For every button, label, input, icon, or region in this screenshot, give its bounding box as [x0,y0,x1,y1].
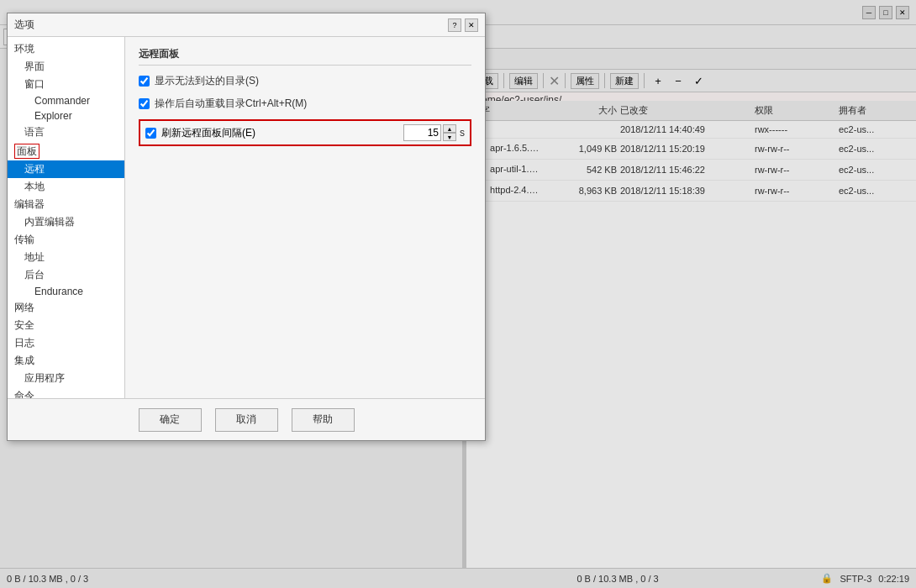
ok-button[interactable]: 确定 [139,408,202,432]
dialog-title: 选项 [14,18,34,32]
panel-label-outlined: 面板 [14,144,39,159]
tree-item-address[interactable]: 地址 [8,249,124,266]
show-unreachable-label: 显示无法到达的目录(S) [155,74,259,88]
tree-item-ui[interactable]: 界面 [8,58,124,76]
refresh-interval-row: 刷新远程面板间隔(E) 15 ▲ ▼ s [139,119,471,146]
tree-item-endurance[interactable]: Endurance [8,284,124,299]
spin-up-btn[interactable]: ▲ [443,124,456,133]
tree-item-explorer[interactable]: Explorer [8,108,124,123]
tree-item-transfer[interactable]: 传输 [8,231,124,249]
help-button[interactable]: 帮助 [292,408,355,432]
tree-item-applications[interactable]: 应用程序 [8,370,124,387]
settings-content: 远程面板 显示无法到达的目录(S) 操作后自动重载目录Ctrl+Alt+R(M)… [125,37,485,398]
tree-item-builtin-editor[interactable]: 内置编辑器 [8,213,124,231]
tree-item-local[interactable]: 本地 [8,178,124,196]
tree-item-panel[interactable]: 面板 [8,143,124,160]
dialog-content: 环境 界面 窗口 Commander Explorer 语言 面板 远程 本地 … [8,37,485,398]
dialog-title-bar: 选项 ? ✕ [8,13,485,37]
tree-item-command[interactable]: 命令 [8,387,124,398]
refresh-interval-checkbox[interactable] [145,128,156,139]
tree-item-network[interactable]: 网络 [8,299,124,317]
tree-item-window[interactable]: 窗口 [8,76,124,93]
options-tree: 环境 界面 窗口 Commander Explorer 语言 面板 远程 本地 … [8,37,125,398]
dialog-footer: 确定 取消 帮助 [8,398,485,440]
tree-item-env[interactable]: 环境 [8,40,124,58]
spin-buttons: ▲ ▼ [443,124,456,141]
options-dialog: 选项 ? ✕ 环境 界面 窗口 Commander Explorer 语言 面板… [7,13,486,441]
dialog-close-btn[interactable]: ✕ [465,18,478,32]
reload-after-op-label: 操作后自动重载目录Ctrl+Alt+R(M) [155,97,307,111]
tree-item-language[interactable]: 语言 [8,123,124,141]
tree-item-remote[interactable]: 远程 [8,160,124,178]
tree-item-editor[interactable]: 编辑器 [8,196,124,213]
refresh-value-group: 15 ▲ ▼ s [403,124,465,141]
cancel-button[interactable]: 取消 [215,408,278,432]
refresh-value-input[interactable]: 15 [403,124,441,141]
tree-item-background[interactable]: 后台 [8,266,124,284]
tree-item-log[interactable]: 日志 [8,334,124,352]
reload-after-op-checkbox[interactable] [139,98,150,109]
tree-item-commander[interactable]: Commander [8,93,124,108]
show-unreachable-checkbox[interactable] [139,76,150,87]
dialog-help-btn[interactable]: ? [448,18,461,32]
section-title: 远程面板 [139,47,471,66]
refresh-unit: s [460,127,465,139]
dialog-title-controls: ? ✕ [448,18,478,32]
dialog-overlay: 选项 ? ✕ 环境 界面 窗口 Commander Explorer 语言 面板… [0,0,916,588]
tree-item-integration[interactable]: 集成 [8,352,124,370]
checkbox-row-2: 操作后自动重载目录Ctrl+Alt+R(M) [139,97,471,111]
checkbox-row-1: 显示无法到达的目录(S) [139,74,471,88]
refresh-interval-label: 刷新远程面板间隔(E) [161,126,255,140]
tree-item-security[interactable]: 安全 [8,317,124,334]
spin-down-btn[interactable]: ▼ [443,133,456,141]
